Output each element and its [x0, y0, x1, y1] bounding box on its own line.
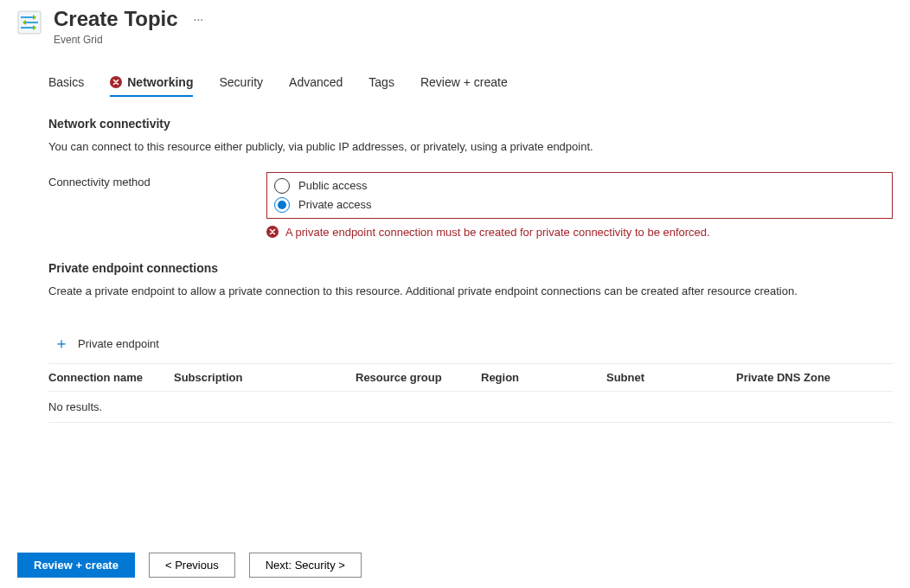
- pe-table-header: Connection name Subscription Resource gr…: [48, 363, 893, 392]
- tab-networking-label: Networking: [127, 75, 193, 89]
- tab-advanced[interactable]: Advanced: [289, 70, 343, 97]
- svg-rect-5: [21, 27, 33, 29]
- add-private-endpoint-label: Private endpoint: [78, 337, 159, 350]
- error-icon: [110, 76, 122, 88]
- tab-review[interactable]: Review + create: [420, 70, 508, 97]
- network-connectivity-description: You can connect to this resource either …: [48, 139, 893, 155]
- col-subnet: Subnet: [606, 371, 736, 384]
- tab-basics[interactable]: Basics: [48, 70, 84, 97]
- validation-text: A private endpoint connection must be cr…: [285, 226, 710, 239]
- next-button[interactable]: Next: Security >: [249, 553, 362, 578]
- pe-empty-state: No results.: [48, 400, 893, 413]
- page-title: Create Topic: [54, 7, 178, 32]
- error-icon: [266, 226, 279, 238]
- network-connectivity-title: Network connectivity: [48, 117, 893, 131]
- pe-table-body: No results.: [48, 392, 893, 423]
- radio-public-access[interactable]: Public access: [274, 176, 885, 195]
- connectivity-method-label: Connectivity method: [48, 172, 266, 189]
- radio-circle-icon: [274, 178, 290, 194]
- col-private-dns-zone: Private DNS Zone: [736, 371, 893, 384]
- event-grid-icon: [17, 10, 42, 35]
- more-menu[interactable]: ···: [190, 7, 208, 31]
- connectivity-radio-group: Public access Private access: [266, 172, 893, 219]
- validation-message: A private endpoint connection must be cr…: [266, 226, 893, 239]
- previous-button[interactable]: < Previous: [149, 553, 235, 578]
- svg-rect-3: [26, 22, 38, 23]
- tab-networking[interactable]: Networking: [110, 70, 193, 97]
- svg-rect-1: [21, 16, 33, 18]
- radio-private-access-label: Private access: [298, 198, 372, 211]
- private-endpoint-title: Private endpoint connections: [48, 261, 893, 275]
- radio-private-access[interactable]: Private access: [274, 195, 885, 214]
- private-endpoint-description: Create a private endpoint to allow a pri…: [48, 284, 893, 299]
- radio-public-access-label: Public access: [298, 179, 367, 192]
- plus-icon: ＋: [54, 336, 69, 351]
- review-create-button[interactable]: Review + create: [17, 553, 135, 578]
- col-subscription: Subscription: [174, 371, 356, 384]
- tab-tags[interactable]: Tags: [368, 70, 394, 97]
- add-private-endpoint-button[interactable]: ＋ Private endpoint: [48, 329, 164, 358]
- tab-security[interactable]: Security: [219, 70, 263, 97]
- col-region: Region: [481, 371, 606, 384]
- col-connection-name: Connection name: [48, 371, 174, 384]
- radio-circle-selected-icon: [274, 197, 290, 213]
- wizard-tabs: Basics Networking Security Advanced Tags…: [48, 70, 910, 98]
- col-resource-group: Resource group: [356, 371, 481, 384]
- page-subtitle: Event Grid: [54, 34, 178, 46]
